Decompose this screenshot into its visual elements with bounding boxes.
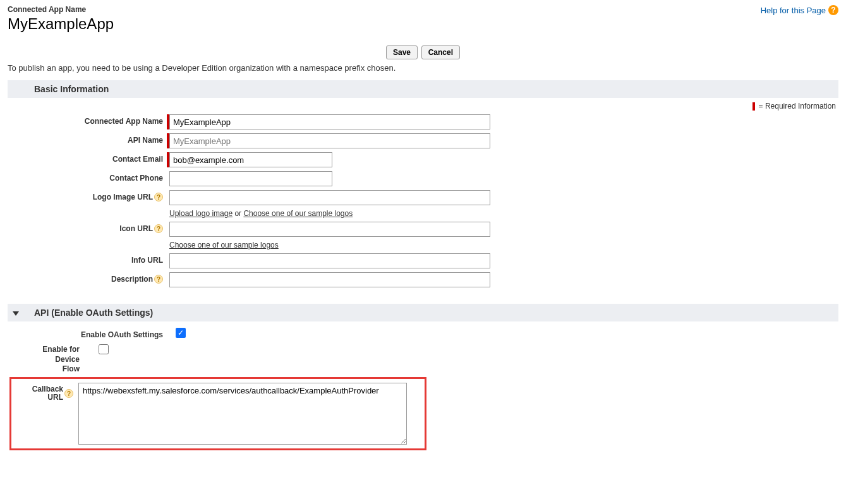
label-info-url: Info URL	[8, 253, 167, 265]
info-icon[interactable]: ?	[64, 389, 73, 398]
required-legend: = Required Information	[10, 102, 836, 111]
help-icon: ?	[828, 5, 838, 15]
enable-device-flow-checkbox[interactable]	[99, 344, 109, 354]
section-api-oauth[interactable]: API (Enable OAuth Settings)	[8, 304, 838, 321]
label-icon-url: Icon URL ?	[8, 222, 167, 233]
label-callback-url: Callback URL ?	[15, 383, 76, 402]
icon-hint: Choose one of our sample logos	[169, 241, 838, 249]
connected-app-name-input[interactable]	[169, 114, 490, 129]
logo-hint: Upload logo image or Choose one of our s…	[169, 209, 838, 218]
page-title: MyExampleApp	[8, 15, 761, 33]
info-icon[interactable]: ?	[154, 275, 163, 284]
publish-note: To publish an app, you need to be using …	[8, 63, 838, 73]
enable-oauth-checkbox[interactable]: ✓	[176, 328, 186, 338]
icon-url-input[interactable]	[169, 222, 490, 237]
action-bar: Save Cancel	[8, 45, 838, 59]
label-description: Description ?	[8, 272, 167, 284]
logo-image-url-input[interactable]	[169, 190, 490, 205]
help-link[interactable]: Help for this Page ?	[761, 5, 838, 15]
callback-url-highlight: Callback URL ?	[9, 377, 426, 450]
choose-sample-icon-link[interactable]: Choose one of our sample logos	[169, 241, 279, 249]
label-logo-image-url: Logo Image URL ?	[8, 190, 167, 201]
info-icon[interactable]: ?	[154, 193, 163, 201]
upload-logo-link[interactable]: Upload logo image	[169, 209, 233, 218]
required-indicator-icon	[752, 102, 755, 111]
info-icon[interactable]: ?	[154, 224, 163, 233]
label-api-name: API Name	[8, 133, 167, 145]
contact-email-input[interactable]	[169, 152, 332, 167]
info-url-input[interactable]	[169, 253, 490, 268]
label-contact-phone: Contact Phone	[8, 171, 167, 183]
save-button[interactable]: Save	[386, 45, 418, 59]
label-contact-email: Contact Email	[8, 152, 167, 164]
description-input[interactable]	[169, 272, 490, 287]
callback-url-input[interactable]	[78, 383, 407, 445]
collapse-toggle-icon[interactable]	[13, 311, 19, 316]
contact-phone-input[interactable]	[169, 171, 332, 186]
label-connected-app-name: Connected App Name	[8, 114, 167, 126]
label-enable-oauth: Enable OAuth Settings	[8, 328, 167, 339]
api-name-input[interactable]	[169, 133, 490, 148]
label-enable-device-flow: Enable for Device Flow	[8, 343, 83, 373]
help-link-text: Help for this Page	[761, 6, 826, 15]
cancel-button[interactable]: Cancel	[421, 45, 460, 59]
page-eyebrow: Connected App Name	[8, 5, 761, 14]
choose-sample-logo-link[interactable]: Choose one of our sample logos	[243, 209, 353, 218]
section-basic-information: Basic Information	[8, 80, 838, 98]
